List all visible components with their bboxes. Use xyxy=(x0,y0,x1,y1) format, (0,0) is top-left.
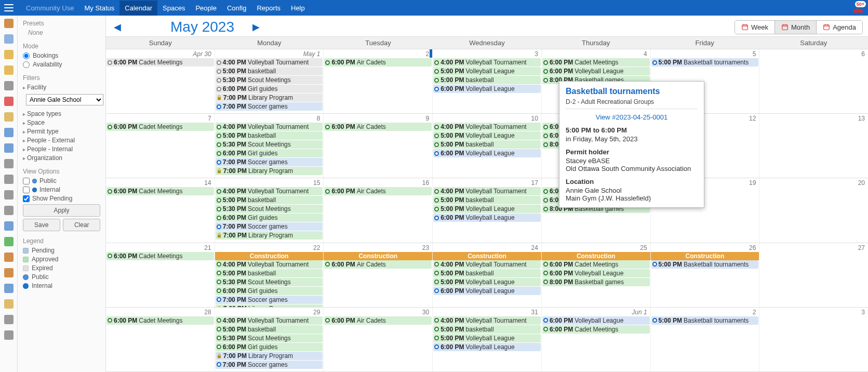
day-cell[interactable]: 27 xyxy=(759,243,868,307)
day-cell[interactable]: 294:00 PM Volleyball Tournament5:00 PM b… xyxy=(215,308,324,371)
event-item[interactable]: 7:00 PM Library Program xyxy=(216,231,323,240)
filter-space-types[interactable]: Space types xyxy=(23,110,100,117)
day-cell[interactable]: 174:00 PM Volleyball Tournament5:00 PM b… xyxy=(433,178,542,242)
event-item[interactable]: 6:00 PM Volleyball League xyxy=(433,343,541,351)
day-cell[interactable]: Jun 16:00 PM Volleyball League6:00 PM Ca… xyxy=(542,308,651,371)
event-item[interactable]: 6:00 PM Volleyball League xyxy=(542,269,650,277)
warning-icon[interactable] xyxy=(4,65,14,75)
event-item[interactable]: 5:00 PM basketball xyxy=(433,76,541,84)
filter-people-internal[interactable]: People - Internal xyxy=(23,145,100,153)
day-cell[interactable]: 286:00 PM Cadet Meetings xyxy=(106,308,215,371)
event-item[interactable]: 5:00 PM basketball xyxy=(216,196,323,204)
building-icon[interactable] xyxy=(4,143,14,153)
nav-calendar[interactable]: Calendar xyxy=(119,1,157,16)
day-cell[interactable]: 76:00 PM Cadet Meetings xyxy=(106,114,215,178)
event-item[interactable]: 7:00 PM Library Program xyxy=(216,304,323,307)
notifications-icon[interactable]: 50+ xyxy=(852,2,864,14)
event-item[interactable]: 4:00 PM Volleyball Tournament xyxy=(216,260,323,269)
copy-icon[interactable] xyxy=(4,81,14,90)
puzzle-icon[interactable] xyxy=(4,237,14,246)
event-item[interactable]: 6:00 PM Cadet Meetings xyxy=(106,123,214,131)
day-cell[interactable]: 154:00 PM Volleyball Tournament5:00 PM b… xyxy=(215,178,324,242)
day-cell[interactable]: 23Construction6:00 PM Air Cadets xyxy=(324,243,433,307)
filter-space[interactable]: Space xyxy=(23,119,100,126)
badge-icon[interactable] xyxy=(4,221,14,231)
event-item[interactable]: 7:00 PM Library Program xyxy=(216,352,323,360)
nav-people[interactable]: People xyxy=(190,1,221,16)
event-item[interactable]: 7:00 PM Soccer games xyxy=(216,296,323,304)
day-cell[interactable]: 306:00 PM Air Cadets xyxy=(324,308,433,371)
day-cell[interactable]: 26:00 PM Air Cadets xyxy=(324,49,433,113)
day-cell[interactable]: Apr 306:00 PM Cadet Meetings xyxy=(106,49,215,113)
facility-select[interactable]: Annie Gale School xyxy=(26,94,103,105)
clear-button[interactable]: Clear xyxy=(63,219,100,231)
day-cell[interactable]: 22Construction4:00 PM Volleyball Tournam… xyxy=(215,243,324,307)
clipboard-icon[interactable] xyxy=(4,34,14,44)
trash-icon[interactable] xyxy=(4,253,14,262)
event-item[interactable]: 8:00 PM Basketball games xyxy=(542,278,650,286)
day-cell[interactable]: 314:00 PM Volleyball Tournament5:00 PM b… xyxy=(433,308,542,371)
event-item[interactable]: 6:00 PM Cadet Meetings xyxy=(542,260,650,269)
event-item[interactable]: 5:00 PM Volleyball League xyxy=(433,205,541,213)
popover-view-link[interactable]: View #2023-04-25-0001 xyxy=(566,113,698,121)
day-cell[interactable]: 104:00 PM Volleyball Tournament5:00 PM V… xyxy=(433,114,542,178)
event-item[interactable]: 6:00 PM Girl guides xyxy=(216,149,323,157)
apply-button[interactable]: Apply xyxy=(23,204,100,217)
event-item[interactable]: 6:00 PM Volleyball League xyxy=(433,85,541,93)
nav-my-status[interactable]: My Status xyxy=(79,1,119,16)
nav-reports[interactable]: Reports xyxy=(251,1,286,16)
page-icon[interactable] xyxy=(4,330,14,340)
viewopt-public[interactable]: Public xyxy=(23,177,100,184)
construction-banner[interactable]: Construction xyxy=(542,252,650,260)
day-cell[interactable]: 34:00 PM Volleyball Tournament5:00 PM Vo… xyxy=(433,49,542,113)
construction-banner[interactable]: Construction xyxy=(324,252,432,260)
plus-icon[interactable] xyxy=(4,97,14,106)
event-item[interactable]: 5:00 PM basketball xyxy=(216,325,323,334)
event-item[interactable]: 6:00 PM Volleyball League xyxy=(433,149,541,157)
event-item[interactable]: 4:00 PM Volleyball Tournament xyxy=(433,260,541,269)
event-item[interactable]: 4:00 PM Volleyball Tournament xyxy=(216,58,323,67)
event-item[interactable]: 6:00 PM Air Cadets xyxy=(324,58,432,67)
folder-icon[interactable] xyxy=(4,112,14,122)
nav-config[interactable]: Config xyxy=(222,1,252,16)
day-cell[interactable]: 216:00 PM Cadet Meetings xyxy=(106,243,215,307)
event-item[interactable]: 5:00 PM Volleyball League xyxy=(433,278,541,286)
day-cell[interactable]: 25Construction6:00 PM Cadet Meetings6:00… xyxy=(542,243,651,307)
event-item[interactable]: 7:00 PM Soccer games xyxy=(216,361,323,369)
nav-spaces[interactable]: Spaces xyxy=(157,1,190,16)
viewtab-week[interactable]: Week xyxy=(735,21,774,34)
day-cell[interactable]: 84:00 PM Volleyball Tournament5:00 PM ba… xyxy=(215,114,324,178)
filter-facility[interactable]: Facility xyxy=(23,84,100,91)
construction-banner[interactable]: Construction xyxy=(651,252,759,260)
event-item[interactable]: 4:00 PM Volleyball Tournament xyxy=(216,187,323,195)
day-cell[interactable]: 6 xyxy=(759,49,868,113)
filter-permit-type[interactable]: Permit type xyxy=(23,128,100,135)
nav-community-use[interactable]: Community Use xyxy=(21,1,79,16)
day-cell[interactable]: 26Construction5:00 PM Basketball tournam… xyxy=(651,243,760,307)
viewopt-show-pending[interactable]: Show Pending xyxy=(23,195,100,202)
event-item[interactable]: 6:00 PM Volleyball League xyxy=(542,316,650,325)
home-icon[interactable] xyxy=(4,19,14,28)
construction-banner[interactable]: Construction xyxy=(433,252,541,260)
event-item[interactable]: 5:00 PM basketball xyxy=(433,325,541,334)
event-item[interactable]: 6:00 PM Cadet Meetings xyxy=(106,58,214,67)
event-item[interactable]: 7:00 PM Soccer games xyxy=(216,102,323,111)
event-item[interactable]: 5:00 PM basketball xyxy=(433,269,541,277)
filter-organization[interactable]: Organization xyxy=(23,154,100,162)
event-item[interactable]: 4:00 PM Volleyball Tournament xyxy=(433,187,541,195)
prev-month-button[interactable]: ◀ xyxy=(111,21,124,33)
day-cell[interactable]: 166:00 PM Air Cadets xyxy=(324,178,433,242)
event-item[interactable]: 5:30 PM Scout Meetings xyxy=(216,334,323,342)
event-item[interactable]: 6:00 PM Air Cadets xyxy=(324,123,432,131)
event-item[interactable]: 5:30 PM Scout Meetings xyxy=(216,76,323,84)
menu-toggle-icon[interactable] xyxy=(4,4,14,11)
event-item[interactable]: 5:00 PM basketball xyxy=(216,269,323,277)
event-item[interactable]: 4:00 PM Volleyball Tournament xyxy=(216,316,323,325)
flask-icon[interactable] xyxy=(4,159,14,168)
event-item[interactable]: 4:00 PM Volleyball Tournament xyxy=(433,316,541,325)
event-item[interactable]: 7:00 PM Soccer games xyxy=(216,158,323,166)
book-icon[interactable] xyxy=(4,268,14,277)
day-cell[interactable]: 13 xyxy=(759,114,868,178)
event-item[interactable]: 5:00 PM Basketball tournaments xyxy=(651,316,759,325)
event-item[interactable]: 7:00 PM Library Program xyxy=(216,167,323,175)
